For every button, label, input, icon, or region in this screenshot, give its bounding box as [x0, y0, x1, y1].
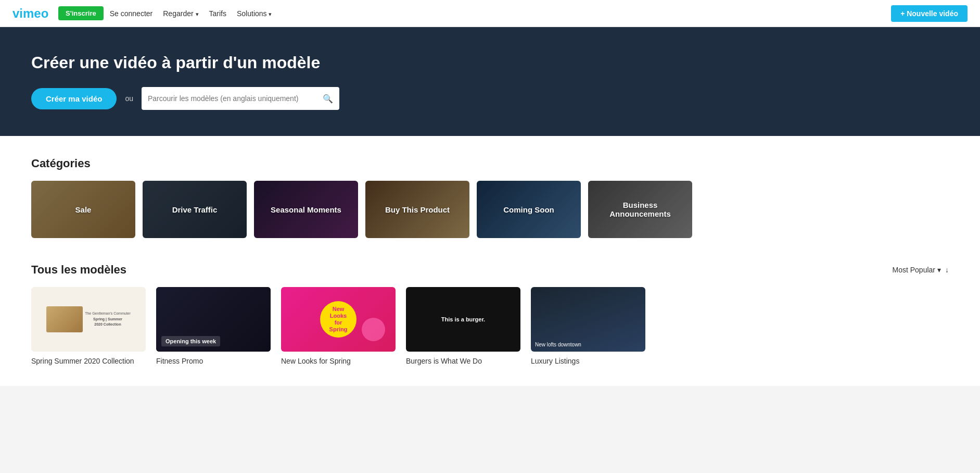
- category-label-coming: Coming Soon: [499, 203, 558, 216]
- vimeo-logo[interactable]: vimeo: [12, 6, 50, 21]
- hero-title: Créer une vidéo à partir d'un modèle: [31, 53, 949, 72]
- search-icon: 🔍: [323, 94, 333, 104]
- category-label-buy: Buy This Product: [381, 203, 454, 216]
- template-card-newlooks[interactable]: NewLooksforSpring New Looks for Spring: [281, 287, 396, 365]
- template-thumb-burger: This is a burger.: [406, 287, 520, 352]
- categories-title: Catégories: [31, 157, 949, 170]
- newlooks-circle2: [362, 318, 385, 341]
- categories-grid: Sale Drive Traffic Seasonal Moments Buy …: [31, 181, 949, 238]
- template-name-burger: Burgers is What We Do: [406, 357, 520, 365]
- template-name-newlooks: New Looks for Spring: [281, 357, 396, 365]
- nav-solutions[interactable]: Solutions ▾: [237, 9, 272, 18]
- nav-pricing[interactable]: Tarifs: [209, 9, 226, 18]
- template-thumb-newlooks: NewLooksforSpring: [281, 287, 396, 352]
- templates-grid: The Gentleman's CommuterSpring | Summer2…: [31, 287, 949, 365]
- category-label-sale: Sale: [71, 203, 96, 216]
- main-content: Catégories Sale Drive Traffic Seasonal M…: [0, 136, 980, 386]
- sort-chevron-icon: ▾: [937, 266, 941, 274]
- sort-label: Most Popular: [893, 266, 935, 274]
- fitness-overlay: Opening this week: [156, 287, 271, 352]
- fitness-tag: Opening this week: [161, 336, 220, 346]
- navbar-right: + Nouvelle vidéo: [891, 5, 968, 22]
- hero-actions: Créer ma vidéo ou 🔍: [31, 87, 949, 110]
- template-thumb-spring: The Gentleman's CommuterSpring | Summer2…: [31, 287, 146, 352]
- category-card-sale[interactable]: Sale: [31, 181, 135, 238]
- burger-text: This is a burger.: [441, 316, 485, 322]
- hero-or-text: ou: [125, 94, 133, 103]
- nav-login[interactable]: Se connecter: [110, 9, 153, 18]
- category-card-business[interactable]: Business Announcements: [588, 181, 692, 238]
- watch-chevron-icon: ▾: [196, 11, 199, 17]
- all-templates-title: Tous les modèles: [31, 263, 126, 277]
- sort-dropdown[interactable]: Most Popular ▾: [893, 266, 941, 274]
- category-card-buy[interactable]: Buy This Product: [365, 181, 469, 238]
- create-video-button[interactable]: Créer ma vidéo: [31, 88, 117, 109]
- category-label-seasonal: Seasonal Moments: [266, 203, 346, 216]
- template-name-spring: Spring Summer 2020 Collection: [31, 357, 146, 365]
- template-card-luxury[interactable]: New lofts downtown Luxury Listings: [531, 287, 645, 365]
- category-card-drive[interactable]: Drive Traffic: [143, 181, 247, 238]
- solutions-chevron-icon: ▾: [269, 11, 272, 17]
- all-templates-header: Tous les modèles Most Popular ▾ ↓: [31, 263, 949, 277]
- newlooks-circle: NewLooksforSpring: [320, 301, 357, 338]
- template-thumb-luxury: New lofts downtown: [531, 287, 645, 352]
- template-search-container: 🔍: [142, 87, 339, 110]
- sort-control[interactable]: Most Popular ▾ ↓: [893, 266, 949, 274]
- template-thumb-fitness: Opening this week: [156, 287, 271, 352]
- nav-links: Se connecter Regarder ▾ Tarifs Solutions…: [110, 9, 272, 18]
- category-card-coming[interactable]: Coming Soon: [477, 181, 581, 238]
- new-video-button[interactable]: + Nouvelle vidéo: [891, 5, 968, 22]
- hero-section: Créer une vidéo à partir d'un modèle Cré…: [0, 27, 980, 136]
- category-card-seasonal[interactable]: Seasonal Moments: [254, 181, 358, 238]
- template-name-fitness: Fitness Promo: [156, 357, 271, 365]
- template-name-luxury: Luxury Listings: [531, 357, 645, 365]
- nav-watch[interactable]: Regarder ▾: [163, 9, 198, 18]
- template-card-spring[interactable]: The Gentleman's CommuterSpring | Summer2…: [31, 287, 146, 365]
- template-card-burger[interactable]: This is a burger. Burgers is What We Do: [406, 287, 520, 365]
- signup-button[interactable]: S'inscrire: [58, 6, 104, 20]
- navbar: vimeo S'inscrire Se connecter Regarder ▾…: [0, 0, 980, 27]
- luxury-text: New lofts downtown: [535, 342, 581, 347]
- svg-text:vimeo: vimeo: [12, 6, 48, 20]
- category-label-business: Business Announcements: [588, 198, 692, 220]
- category-label-drive: Drive Traffic: [168, 203, 222, 216]
- template-search-input[interactable]: [148, 94, 323, 103]
- template-card-fitness[interactable]: Opening this week Fitness Promo: [156, 287, 271, 365]
- sort-direction-icon[interactable]: ↓: [945, 266, 949, 274]
